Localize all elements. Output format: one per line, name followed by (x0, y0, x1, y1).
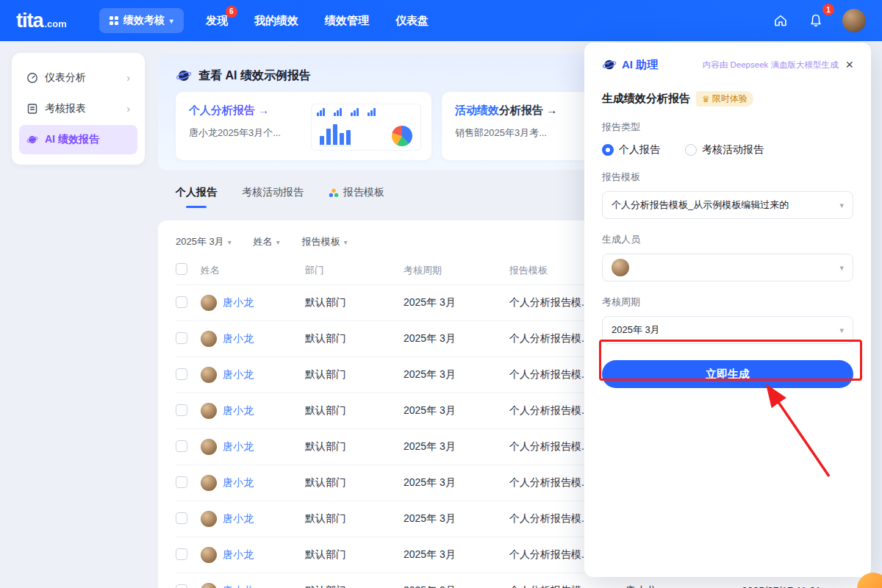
row-avatar (201, 475, 217, 491)
row-checkbox[interactable] (176, 296, 187, 308)
select-all-checkbox[interactable] (176, 263, 187, 275)
ai-planet-icon (176, 68, 192, 84)
nav-item-discover[interactable]: 发现 6 (206, 14, 228, 28)
powered-by-note: 内容由 Deepseek 满血版大模型生成 (703, 60, 839, 71)
nav-item-discover-label: 发现 (206, 14, 228, 26)
row-name-link[interactable]: 唐小龙 (223, 332, 254, 345)
filter-name[interactable]: 姓名▾ (254, 235, 280, 248)
row-period: 2025年 3月 (404, 584, 509, 588)
row-avatar (201, 439, 217, 455)
chevron-down-icon: ▾ (839, 201, 844, 210)
row-dept: 默认部门 (305, 404, 404, 417)
row-name-link[interactable]: 唐小龙 (223, 440, 254, 453)
chevron-right-icon: › (126, 72, 130, 84)
row-template: 个人分析报告模... (509, 584, 625, 588)
tab-report-templates-label: 报告模板 (343, 186, 384, 199)
personal-report-card[interactable]: 个人分析报告 → 唐小龙2025年3月个... (176, 92, 431, 160)
activity-report-card-title: 活动绩效分析报告 → (455, 104, 557, 118)
chevron-right-icon: › (126, 103, 130, 115)
nav-item-performance-mgmt[interactable]: 绩效管理 (325, 14, 369, 28)
row-avatar (201, 367, 217, 383)
row-name-link[interactable]: 唐小龙 (223, 476, 254, 490)
row-name-link[interactable]: 唐小龙 (223, 584, 254, 588)
nav-item-my-performance[interactable]: 我的绩效 (254, 14, 298, 28)
sidebar-item-review-reports[interactable]: 考核报表 › (19, 94, 137, 123)
personal-report-card-title: 个人分析报告 → (189, 104, 281, 118)
row-checkbox[interactable] (176, 548, 187, 560)
person-avatar (612, 259, 629, 276)
gauge-icon (26, 72, 38, 84)
tab-activity-reports[interactable]: 考核活动报告 (242, 186, 304, 208)
row-checkbox[interactable] (176, 404, 187, 416)
row-name-link[interactable]: 唐小龙 (223, 512, 254, 526)
row-checkbox[interactable] (176, 584, 187, 588)
chevron-down-icon: ▾ (839, 326, 844, 335)
row-checkbox[interactable] (176, 440, 187, 452)
radio-activity-report[interactable]: 考核活动报告 (685, 143, 764, 157)
template-label: 报告模板 (602, 171, 853, 184)
grid-icon (110, 16, 118, 25)
logo[interactable]: tita .com (16, 10, 67, 32)
row-checkbox[interactable] (176, 368, 187, 380)
radio-personal-report[interactable]: 个人报告 (602, 143, 660, 157)
panel-section-title: 生成绩效分析报告 (602, 92, 690, 106)
activity-report-card-subtitle: 销售部2025年3月考... (455, 126, 557, 140)
crown-icon: ♛ (702, 94, 710, 104)
row-avatar (201, 547, 217, 563)
row-checkbox[interactable] (176, 512, 187, 524)
row-period: 2025年 3月 (404, 440, 509, 453)
row-period: 2025年 3月 (404, 548, 509, 562)
col-header-period: 考核周期 (404, 264, 509, 277)
chevron-down-icon: ▾ (170, 17, 173, 25)
template-icon (329, 188, 339, 198)
template-select[interactable]: 个人分析报告模板_从示例模板编辑过来的 ▾ (602, 191, 853, 219)
user-avatar[interactable] (842, 9, 866, 32)
row-name-link[interactable]: 唐小龙 (223, 368, 254, 381)
ai-assistant-panel: AI 助理 内容由 Deepseek 满血版大模型生成 × 生成绩效分析报告 ♛… (584, 43, 871, 577)
trial-badge: ♛ 限时体验 (696, 91, 753, 107)
ai-planet-icon (26, 134, 38, 146)
row-avatar (201, 331, 217, 347)
close-icon[interactable]: × (845, 58, 853, 71)
nav-item-dashboard[interactable]: 仪表盘 (395, 14, 429, 28)
row-avatar (201, 511, 217, 527)
activity-report-title-highlight: 活动绩效 (455, 104, 499, 116)
tab-personal-reports[interactable]: 个人报告 (176, 186, 217, 208)
row-dept: 默认部门 (305, 512, 404, 526)
row-name-link[interactable]: 唐小龙 (223, 548, 254, 562)
person-select[interactable]: ▾ (602, 254, 853, 282)
period-label: 考核周期 (602, 295, 853, 309)
generate-now-button[interactable]: 立即生成 (602, 360, 853, 388)
app-switcher-button[interactable]: 绩效考核 ▾ (99, 8, 184, 33)
row-name-link[interactable]: 唐小龙 (223, 296, 254, 309)
panel-title: AI 助理 (622, 58, 658, 72)
row-name-link[interactable]: 唐小龙 (223, 404, 254, 417)
col-header-name: 姓名 (201, 264, 305, 277)
bell-icon[interactable]: 1 (807, 12, 825, 29)
report-type-label: 报告类型 (602, 121, 853, 134)
row-creator: 唐小龙 (625, 584, 742, 588)
row-period: 2025年 3月 (404, 332, 509, 345)
pie-chart-icon (392, 126, 412, 146)
filter-template[interactable]: 报告模板▾ (302, 235, 348, 248)
row-period: 2025年 3月 (404, 476, 509, 490)
sidebar-item-ai-performance-report[interactable]: AI 绩效报告 (19, 125, 137, 154)
chevron-down-icon: ▾ (344, 238, 348, 246)
home-icon[interactable] (772, 12, 789, 29)
radio-selected-icon (602, 144, 614, 156)
top-navbar: tita .com 绩效考核 ▾ 发现 6 我的绩效 绩效管理 仪表盘 1 (0, 0, 882, 41)
row-checkbox[interactable] (176, 476, 187, 488)
row-dept: 默认部门 (305, 368, 404, 381)
col-header-dept: 部门 (305, 264, 404, 277)
row-period: 2025年 3月 (404, 404, 509, 417)
row-dept: 默认部门 (305, 296, 404, 309)
filter-period[interactable]: 2025年 3月▾ (176, 235, 232, 248)
ai-planet-icon (602, 57, 617, 72)
filter-template-label: 报告模板 (302, 235, 340, 248)
report-tabs: 个人报告 考核活动报告 报告模板 (176, 186, 384, 208)
row-checkbox[interactable] (176, 332, 187, 344)
sidebar-item-dashboard-analysis[interactable]: 仪表分析 › (19, 63, 137, 93)
tab-report-templates[interactable]: 报告模板 (329, 186, 384, 208)
personal-report-card-subtitle: 唐小龙2025年3月个... (189, 126, 281, 140)
period-select[interactable]: 2025年 3月 ▾ (602, 316, 853, 344)
